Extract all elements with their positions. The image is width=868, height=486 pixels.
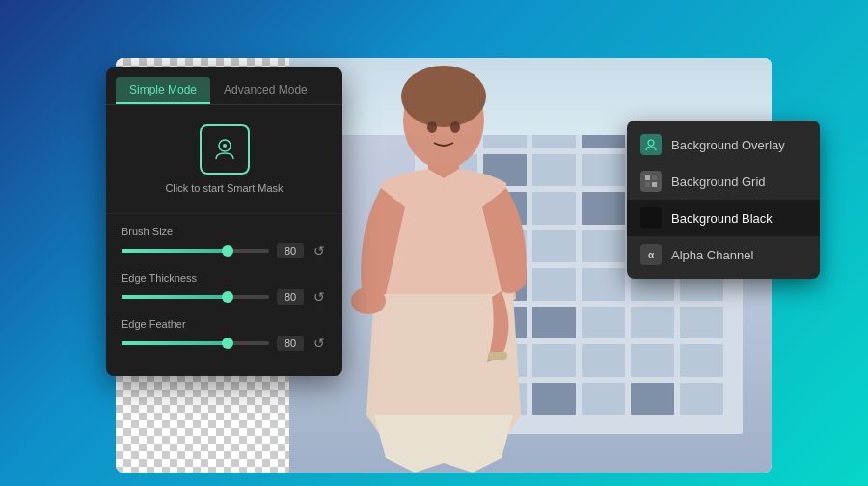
black-icon [640,207,662,229]
svg-point-9 [648,140,654,146]
brush-size-thumb[interactable] [222,245,233,256]
brush-size-label: Brush Size [122,226,327,237]
smart-mask-svg [211,136,238,163]
edge-feather-value: 80 [277,336,304,351]
person-figure [309,58,579,472]
dropdown-item-grid[interactable]: Background Grid [627,163,820,200]
smart-mask-label: Click to start Smart Mask [165,182,283,194]
edge-thickness-row: 80 ↺ [122,289,327,305]
svg-point-5 [450,122,460,133]
edge-feather-thumb[interactable] [222,338,233,349]
svg-rect-13 [652,182,657,187]
edge-thickness-group: Edge Thickness 80 ↺ [122,272,327,305]
tabs-container: Simple Mode Advanced Mode [106,68,342,105]
dropdown-menu: Background Overlay Background Grid Backg… [627,121,820,279]
brush-size-value: 80 [277,243,304,258]
svg-rect-10 [645,176,650,180]
alpha-label: Alpha Channel [671,248,753,262]
brush-size-track[interactable] [122,249,269,253]
edge-thickness-value: 80 [277,289,304,305]
dropdown-item-alpha[interactable]: α Alpha Channel [627,236,820,273]
brush-size-row: 80 ↺ [122,243,327,258]
edge-feather-row: 80 ↺ [122,336,327,351]
brush-size-reset[interactable]: ↺ [312,243,327,258]
svg-point-3 [351,287,386,314]
svg-point-8 [223,144,227,148]
edge-thickness-track[interactable] [122,295,269,299]
left-panel: Simple Mode Advanced Mode Click to start… [106,68,342,376]
edge-thickness-reset[interactable]: ↺ [312,289,327,305]
grid-label: Background Grid [671,175,766,189]
smart-mask-area[interactable]: Click to start Smart Mask [106,105,342,214]
svg-point-4 [427,122,437,133]
svg-rect-11 [652,176,657,180]
overlay-label: Background Overlay [671,138,785,152]
edge-feather-label: Edge Feather [122,318,327,330]
black-label: Background Black [671,211,773,226]
overlay-icon [640,134,662,155]
sliders-area: Brush Size 80 ↺ Edge Thickness 80 ↺ [106,214,342,376]
dropdown-item-black[interactable]: Background Black [627,200,820,236]
tab-simple[interactable]: Simple Mode [116,77,210,104]
svg-rect-14 [645,212,657,224]
edge-feather-track[interactable] [122,341,269,345]
tab-advanced[interactable]: Advanced Mode [210,77,321,104]
alpha-icon: α [640,244,662,265]
person-svg [309,58,579,472]
smart-mask-icon[interactable] [200,124,250,175]
brush-size-fill [122,249,228,253]
grid-icon [640,171,662,192]
brush-size-group: Brush Size 80 ↺ [122,226,327,258]
svg-point-1 [401,66,486,127]
edge-thickness-thumb[interactable] [222,291,233,303]
edge-feather-group: Edge Feather 80 ↺ [122,318,327,351]
svg-rect-6 [488,352,507,360]
svg-rect-12 [645,182,650,187]
edge-feather-reset[interactable]: ↺ [312,336,327,351]
edge-thickness-fill [122,295,228,299]
edge-feather-fill [122,341,228,345]
edge-thickness-label: Edge Thickness [122,272,327,284]
dropdown-item-overlay[interactable]: Background Overlay [627,126,820,163]
